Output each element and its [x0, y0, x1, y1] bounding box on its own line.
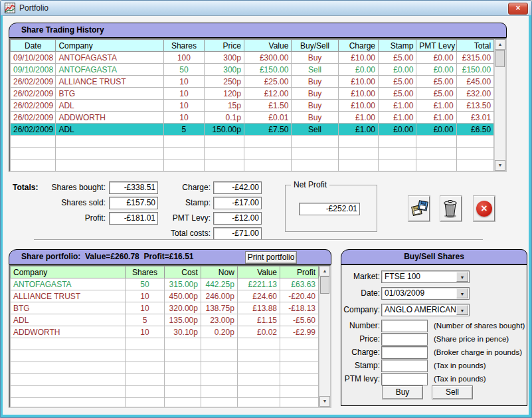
cell-stamp: £5.00 [379, 76, 416, 88]
title-bar[interactable]: Portfolio × [1, 1, 531, 16]
buy-button[interactable]: Buy [382, 385, 423, 399]
empty-cell [201, 338, 237, 350]
scroll-up-button[interactable]: ▲ [495, 39, 505, 50]
empty-cell [416, 159, 456, 171]
empty-cell [456, 171, 493, 173]
table-row[interactable]: ALLIANCE TRUST10450.00p246.00p£24.60-£20… [11, 290, 319, 302]
cell-date: 26/02/2009 [11, 76, 56, 88]
empty-cell [416, 136, 456, 148]
trading-vertical-scrollbar[interactable]: ▲ ▼ [494, 39, 505, 171]
chevron-down-icon[interactable]: ▼ [456, 288, 468, 298]
empty-row [11, 148, 494, 159]
column-header[interactable]: Buy/Sell [292, 40, 338, 52]
portfolio-title-label: Share portfolio: [21, 252, 80, 261]
chevron-down-icon[interactable]: ▼ [456, 305, 468, 315]
charge-field[interactable] [381, 346, 428, 359]
number-field[interactable] [381, 320, 428, 332]
cell-total: £13.50 [456, 100, 493, 112]
empty-cell [204, 148, 244, 159]
separator-line [34, 239, 483, 241]
total-costs-value: -£71.00 [213, 227, 262, 240]
ptm-levy-field[interactable] [381, 373, 428, 385]
table-row[interactable]: 09/10/2008ANTOFAGASTA50300p£150.00Sell£0… [11, 64, 494, 76]
scroll-thumb[interactable] [495, 50, 505, 67]
date-dropdown[interactable]: 01/03/2009 ▼ [381, 287, 470, 300]
table-row[interactable]: ADDWORTH1030.10p0.20p£0.02-£2.99 [11, 326, 319, 338]
empty-cell [125, 386, 164, 398]
empty-cell [11, 338, 126, 350]
table-row[interactable]: 26/02/2009BTG10120p£12.00Buy£10.00£5.00£… [11, 88, 494, 100]
portfolio-value-text: Value=£260.78 [85, 252, 139, 261]
column-header[interactable]: Company [56, 40, 164, 52]
print-portfolio-button[interactable]: Print portfolio [245, 251, 297, 264]
column-header[interactable]: Charge [338, 40, 378, 52]
table-row[interactable]: 26/02/2009ADL5150.00p£7.50Sell£1.00£0.00… [11, 124, 494, 136]
stamp-field[interactable] [381, 360, 428, 372]
market-dropdown[interactable]: FTSE 100 ▼ [381, 270, 470, 283]
table-row[interactable]: BTG10320.00p138.75p£13.88-£18.13 [11, 302, 319, 314]
window-close-button[interactable]: × [508, 3, 528, 15]
table-row[interactable]: ANTOFAGASTA50315.00p442.25p£221.13£63.63 [11, 278, 319, 290]
column-header[interactable]: Cost [165, 266, 201, 278]
shares-bought-label: Shares bought: [37, 181, 106, 194]
price-hint: (Share price in pence) [434, 333, 509, 346]
price-label: Price: [343, 333, 380, 346]
cell-cost: 30.10p [165, 326, 201, 338]
empty-cell [338, 171, 378, 173]
scroll-down-button[interactable]: ▼ [319, 396, 330, 407]
cell-cost: 135.00p [165, 314, 201, 326]
price-field[interactable] [381, 333, 428, 346]
table-row[interactable]: 09/10/2008ANTOFAGASTA100300p£300.00Buy£1… [11, 52, 494, 64]
sell-button[interactable]: Sell [432, 385, 473, 399]
empty-cell [416, 148, 456, 159]
company-label: Company: [343, 304, 380, 316]
table-row[interactable]: 26/02/2009ADDWORTH100.1p£0.01Buy£1.00£1.… [11, 112, 494, 124]
scroll-up-button[interactable]: ▲ [319, 266, 330, 276]
empty-cell [165, 386, 201, 398]
save-button[interactable] [408, 196, 430, 221]
column-header[interactable]: Shares [125, 266, 164, 278]
table-row[interactable]: ADL5135.00p23.00p£1.15-£5.60 [11, 314, 319, 326]
column-header[interactable]: PMT Levy [416, 40, 456, 52]
scroll-down-button[interactable]: ▼ [495, 160, 505, 171]
cell-buy_sell: Buy [292, 88, 338, 100]
cell-now: 138.75p [201, 302, 237, 314]
column-header[interactable]: Now [201, 266, 237, 278]
cell-buy_sell: Buy [292, 100, 338, 112]
portfolio-vertical-scrollbar[interactable]: ▲ ▼ [319, 266, 330, 407]
cell-company: ADL [56, 100, 164, 112]
column-header[interactable]: Date [11, 40, 56, 52]
empty-cell [280, 398, 318, 409]
empty-cell [237, 338, 280, 350]
table-row[interactable]: 26/02/2009ALLIANCE TRUST10250p£25.00Buy£… [11, 76, 494, 88]
column-header[interactable]: Profit [280, 266, 318, 278]
empty-row [11, 374, 319, 386]
company-dropdown[interactable]: ANGLO AMERICAN ▼ [381, 304, 470, 316]
cell-company: BTG [56, 88, 164, 100]
column-header[interactable]: Value [244, 40, 291, 52]
column-header[interactable]: Company [11, 266, 126, 278]
empty-cell [11, 159, 56, 171]
cell-price: 120p [204, 88, 244, 100]
empty-row [11, 398, 319, 409]
delete-button[interactable] [440, 196, 462, 221]
cell-charge: £10.00 [338, 100, 378, 112]
scroll-thumb[interactable] [320, 276, 329, 294]
buysell-panel-title: Buy/Sell Shares [404, 252, 464, 261]
trading-table: DateCompanySharesPriceValueBuy/SellCharg… [10, 39, 494, 172]
table-row[interactable]: 26/02/2009ADL1015p£1.50Buy£10.00£1.00£1.… [11, 100, 494, 112]
cell-value: £12.00 [244, 88, 291, 100]
column-header[interactable]: Total [456, 40, 493, 52]
column-header[interactable]: Price [204, 40, 244, 52]
cell-price: 15p [204, 100, 244, 112]
cell-company: ADDWORTH [11, 326, 126, 338]
cell-total: £6.50 [456, 124, 493, 136]
chevron-down-icon[interactable]: ▼ [456, 272, 468, 282]
cell-company: BTG [11, 302, 126, 314]
close-button[interactable]: × [474, 196, 495, 221]
column-header[interactable]: Value [237, 266, 280, 278]
column-header[interactable]: Shares [164, 40, 204, 52]
cell-buy_sell: Buy [292, 112, 338, 124]
empty-cell [164, 136, 204, 148]
column-header[interactable]: Stamp [379, 40, 416, 52]
